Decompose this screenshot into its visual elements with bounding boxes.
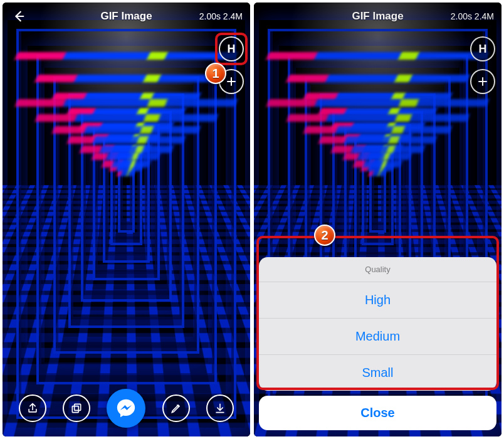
sheet-close-button[interactable]: Close — [259, 396, 496, 430]
quality-option-high[interactable]: High — [259, 282, 496, 319]
quality-action-sheet: Quality High Medium Small Close — [259, 257, 496, 430]
back-button[interactable] — [10, 8, 28, 25]
arrow-left-icon — [12, 9, 26, 23]
messenger-icon — [115, 398, 137, 419]
quality-option-medium[interactable]: Medium — [259, 319, 496, 355]
download-button[interactable] — [206, 394, 234, 422]
download-icon — [214, 402, 226, 415]
screenshot-right: GIF Image 2.00s 2.4M H Quality High Medi… — [254, 3, 501, 436]
plus-icon — [226, 76, 237, 87]
file-meta: 2.00s 2.4M — [199, 11, 243, 21]
frames-button[interactable] — [63, 394, 90, 422]
quality-button-label: H — [228, 43, 236, 56]
edit-button[interactable] — [162, 394, 190, 422]
svg-rect-0 — [75, 404, 81, 410]
share-icon — [26, 402, 39, 415]
quality-option-small[interactable]: Small — [259, 355, 496, 391]
quality-button[interactable]: H — [219, 36, 244, 61]
bottom-toolbar — [3, 389, 250, 428]
stack-icon — [70, 402, 83, 415]
preview-image — [3, 3, 250, 436]
svg-rect-1 — [73, 406, 79, 413]
messenger-button[interactable] — [107, 389, 145, 428]
add-button[interactable] — [219, 69, 244, 94]
share-button[interactable] — [19, 394, 46, 422]
pencil-icon — [170, 402, 182, 415]
top-bar: GIF Image 2.00s 2.4M — [3, 3, 250, 30]
sheet-title: Quality — [259, 257, 496, 282]
screenshot-left: GIF Image 2.00s 2.4M H — [3, 3, 250, 436]
